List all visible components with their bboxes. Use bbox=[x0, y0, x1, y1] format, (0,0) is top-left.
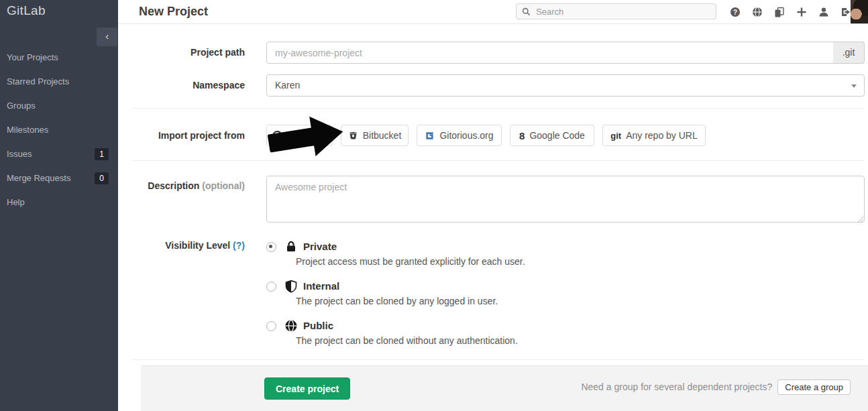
topbar-icons: ? bbox=[730, 0, 851, 23]
visibility-label-text: Visibility Level bbox=[165, 240, 230, 251]
private-title: Private bbox=[303, 241, 337, 252]
sidebar-item-merge-requests[interactable]: 0Merge Requests bbox=[0, 166, 118, 190]
sidebar-item-label: Your Projects bbox=[7, 52, 58, 62]
divider bbox=[131, 108, 865, 109]
form-actions: Create project Need a group for several … bbox=[141, 365, 868, 411]
sidebar-item-label: Milestones bbox=[7, 125, 48, 135]
new-project-page: GitLab ‹ Your Projects Starred Projects … bbox=[0, 0, 868, 411]
visibility-option-private: Private Project access must be granted e… bbox=[266, 240, 682, 274]
description-label-text: Description bbox=[148, 180, 199, 191]
globe-icon[interactable] bbox=[752, 7, 763, 17]
import-project-label: Import project from bbox=[121, 130, 245, 141]
copy-icon[interactable] bbox=[774, 7, 785, 17]
sidebar-item-issues[interactable]: 1Issues bbox=[0, 142, 118, 166]
sidebar-item-label: Groups bbox=[7, 101, 36, 111]
divider bbox=[131, 359, 865, 360]
svg-text:?: ? bbox=[733, 8, 737, 15]
import-button-label: Bitbucket bbox=[363, 130, 402, 141]
import-button-label: Google Code bbox=[529, 130, 585, 141]
user-icon[interactable] bbox=[818, 7, 829, 17]
create-group-button[interactable]: Create a group bbox=[777, 379, 851, 395]
user-avatar[interactable] bbox=[851, 0, 868, 23]
internal-title: Internal bbox=[303, 280, 339, 292]
sign-out-icon[interactable] bbox=[840, 7, 851, 17]
project-path-label: Project path bbox=[121, 47, 245, 58]
plus-icon[interactable] bbox=[796, 7, 807, 17]
sidebar-item-groups[interactable]: Groups bbox=[0, 94, 118, 118]
project-path-input[interactable] bbox=[266, 42, 834, 64]
public-description: The project can be cloned without any au… bbox=[296, 335, 518, 346]
sidebar-nav: Your Projects Starred Projects Groups Mi… bbox=[0, 46, 118, 215]
chevron-down-icon bbox=[851, 84, 857, 88]
sidebar-item-label: Starred Projects bbox=[7, 76, 69, 86]
visibility-level-label: Visibility Level (?) bbox=[121, 240, 245, 251]
sidebar-item-label: Merge Requests bbox=[7, 173, 70, 183]
import-buttons-row: Bitbucket Gitorious.org 8 Google Code gi… bbox=[266, 125, 706, 146]
description-textarea[interactable] bbox=[266, 176, 865, 223]
namespace-selected-value: Karen bbox=[275, 80, 300, 91]
help-icon[interactable]: ? bbox=[730, 7, 741, 17]
public-radio[interactable] bbox=[266, 321, 276, 331]
visibility-option-public: Public The project can be cloned without… bbox=[266, 319, 682, 353]
git-suffix-addon: .git bbox=[833, 42, 865, 64]
private-description: Project access must be granted explicitl… bbox=[296, 256, 525, 267]
git-icon: git bbox=[610, 131, 621, 140]
globe-icon bbox=[284, 319, 298, 333]
group-hint-text: Need a group for several dependent proje… bbox=[581, 381, 772, 392]
import-button-label: Any repo by URL bbox=[626, 130, 698, 141]
import-button-label: Gitorious.org bbox=[439, 130, 493, 141]
sidebar: GitLab ‹ Your Projects Starred Projects … bbox=[0, 0, 118, 411]
page-title: New Project bbox=[139, 0, 208, 23]
sidebar-item-your-projects[interactable]: Your Projects bbox=[0, 46, 118, 70]
namespace-select[interactable]: Karen bbox=[266, 74, 865, 97]
import-github-button[interactable] bbox=[266, 125, 333, 146]
lock-icon bbox=[284, 240, 298, 253]
search-icon bbox=[522, 7, 531, 16]
namespace-label: Namespace bbox=[121, 80, 245, 91]
create-project-button[interactable]: Create project bbox=[264, 377, 350, 400]
github-icon bbox=[272, 131, 282, 141]
gitorious-icon bbox=[425, 131, 435, 141]
sidebar-collapse-button[interactable]: ‹ bbox=[97, 27, 117, 46]
issues-count-badge: 1 bbox=[95, 148, 109, 160]
import-any-repo-button[interactable]: git Any repo by URL bbox=[602, 125, 706, 146]
description-label: Description (optional) bbox=[121, 180, 245, 191]
visibility-option-internal: Internal The project can be cloned by an… bbox=[266, 280, 682, 313]
import-gitorious-button[interactable]: Gitorious.org bbox=[417, 125, 502, 146]
public-title: Public bbox=[303, 320, 333, 331]
import-google-code-button[interactable]: 8 Google Code bbox=[510, 125, 594, 146]
sidebar-item-label: Issues bbox=[7, 149, 32, 159]
google-code-icon: 8 bbox=[519, 131, 525, 141]
import-bitbucket-button[interactable]: Bitbucket bbox=[341, 125, 409, 146]
sidebar-item-starred-projects[interactable]: Starred Projects bbox=[0, 70, 118, 94]
private-radio[interactable] bbox=[266, 242, 276, 252]
merge-requests-count-badge: 0 bbox=[95, 172, 109, 184]
internal-description: The project can be cloned by any logged … bbox=[296, 296, 498, 306]
divider bbox=[131, 160, 865, 161]
internal-radio[interactable] bbox=[266, 282, 276, 292]
topbar: New Project ? bbox=[118, 0, 868, 24]
description-optional-text: (optional) bbox=[202, 180, 245, 191]
search-box bbox=[516, 3, 716, 19]
bitbucket-icon bbox=[348, 131, 358, 141]
gitlab-logo[interactable]: GitLab bbox=[7, 3, 46, 18]
visibility-help-link[interactable]: (?) bbox=[233, 240, 245, 251]
search-input[interactable] bbox=[535, 6, 698, 17]
sidebar-item-label: Help bbox=[7, 197, 25, 207]
sidebar-item-help[interactable]: Help bbox=[0, 190, 118, 215]
chevron-left-icon: ‹ bbox=[105, 31, 109, 42]
sidebar-item-milestones[interactable]: Milestones bbox=[0, 118, 118, 142]
group-hint-area: Need a group for several dependent proje… bbox=[581, 377, 851, 396]
shield-icon bbox=[284, 280, 298, 293]
